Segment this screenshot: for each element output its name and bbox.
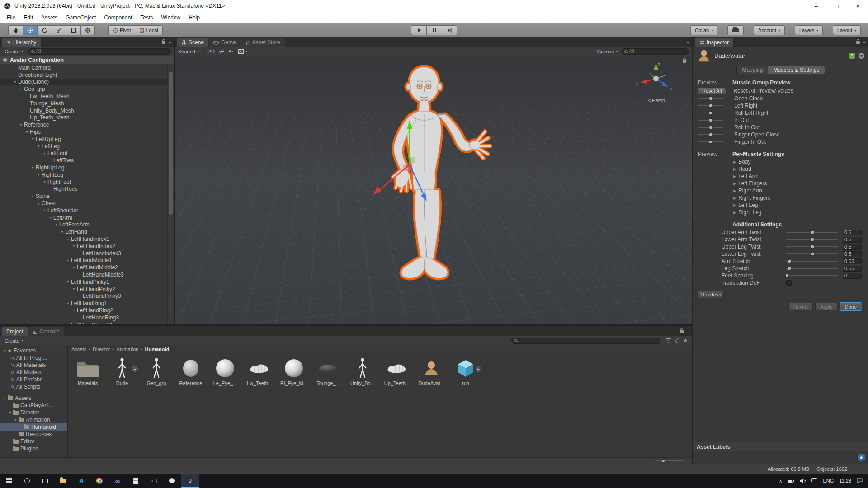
help-icon[interactable]: ? xyxy=(849,53,855,59)
hierarchy-item[interactable]: Main Camera xyxy=(0,64,167,71)
fold-arrow-icon[interactable]: ▼ xyxy=(18,88,24,91)
save-search-star-icon[interactable]: ★ xyxy=(683,338,688,343)
setting-slider[interactable] xyxy=(786,272,838,279)
volume-icon[interactable] xyxy=(800,478,806,483)
account-button[interactable]: Account▾ xyxy=(754,25,785,35)
slider-thumb[interactable] xyxy=(709,111,713,115)
translation-dof-checkbox[interactable] xyxy=(786,280,792,286)
hierarchy-item[interactable]: Directional Light xyxy=(0,71,167,79)
project-folder[interactable]: ▼Director xyxy=(0,409,67,416)
layout-button[interactable]: Layout▾ xyxy=(833,25,861,35)
hierarchy-item[interactable]: ▼LeftHandMiddle1 xyxy=(0,257,167,264)
slider-thumb[interactable] xyxy=(661,459,665,463)
muscle-preview-slider[interactable] xyxy=(698,95,723,102)
audio-toggle[interactable] xyxy=(229,49,234,54)
hierarchy-item[interactable]: ▼LeftHand xyxy=(0,228,167,235)
rotate-tool-button[interactable] xyxy=(37,25,52,35)
hierarchy-item[interactable]: Tounge_Mesh xyxy=(0,100,167,107)
language-indicator[interactable]: ENG xyxy=(823,478,834,483)
slider-thumb[interactable] xyxy=(785,274,789,278)
menu-icon[interactable]: ≡ xyxy=(687,328,689,333)
setting-value-field[interactable]: 0.5 xyxy=(843,251,862,257)
play-button[interactable] xyxy=(411,25,426,35)
hidden-icons-chevron[interactable]: ∧ xyxy=(779,479,782,483)
muscle-foldout[interactable]: ▶Body xyxy=(693,158,868,165)
taskbar-app-explorer[interactable] xyxy=(54,474,72,488)
move-tool-button[interactable] xyxy=(23,25,37,35)
hierarchy-item[interactable]: ▼LeftHandPinky1 xyxy=(0,278,167,286)
setting-slider[interactable] xyxy=(786,250,838,258)
fold-arrow-icon[interactable]: ▼ xyxy=(47,216,53,219)
asset-item[interactable]: Reference xyxy=(174,355,208,394)
fold-arrow-icon[interactable]: ▼ xyxy=(30,195,36,198)
taskbar-app-chrome[interactable] xyxy=(90,474,108,488)
battery-icon[interactable] xyxy=(788,479,794,483)
fold-arrow-icon[interactable]: ▼ xyxy=(2,349,8,352)
tab-inspector[interactable]: Inspector xyxy=(695,38,733,47)
asset-item[interactable]: ▶run xyxy=(448,355,483,394)
clock[interactable]: 11:28 xyxy=(839,478,851,483)
fold-arrow-icon[interactable]: ▼ xyxy=(65,238,71,241)
shaded-dropdown[interactable]: Shaded▾ xyxy=(178,49,199,54)
breadcrumb-item[interactable]: Director xyxy=(93,347,110,352)
asset-item[interactable]: Lw_Teeth... xyxy=(242,355,277,394)
minimize-button[interactable]: – xyxy=(806,0,826,12)
fold-arrow-icon[interactable]: ▼ xyxy=(53,223,59,226)
notification-icon[interactable] xyxy=(857,478,863,483)
slider-thumb[interactable] xyxy=(810,245,814,249)
slider-thumb[interactable] xyxy=(709,126,713,130)
slider-thumb[interactable] xyxy=(787,267,791,271)
hierarchy-item[interactable]: ▼LeftHandRing2 xyxy=(0,307,167,314)
asset-item[interactable]: ▶Dude xyxy=(105,355,139,394)
tab-scene[interactable]: Scene xyxy=(177,38,208,47)
hierarchy-item[interactable]: ▼RightLeg xyxy=(0,171,167,178)
muscle-preview-slider[interactable] xyxy=(698,138,723,145)
menu-icon[interactable]: ≡ xyxy=(687,39,689,44)
setting-value-field[interactable]: 0 xyxy=(843,273,862,279)
project-folder[interactable]: Resources xyxy=(0,431,67,438)
step-button[interactable] xyxy=(442,25,457,35)
muscle-preview-slider[interactable] xyxy=(698,124,723,131)
asset-item[interactable]: Geo_grp xyxy=(139,355,174,394)
menu-help[interactable]: Help xyxy=(184,14,204,21)
project-folder[interactable]: CanPlayAni... xyxy=(0,402,67,409)
tab-project[interactable]: Project xyxy=(2,327,28,336)
hierarchy-item[interactable]: ▼LeftArm xyxy=(0,214,167,221)
menu-edit[interactable]: Edit xyxy=(19,14,37,21)
taskbar-app-notes[interactable] xyxy=(127,474,145,488)
setting-slider[interactable] xyxy=(786,236,838,243)
hierarchy-item[interactable]: LeftHandRing3 xyxy=(0,314,167,321)
hand-tool-button[interactable] xyxy=(8,25,23,35)
fold-arrow-icon[interactable]: ▼ xyxy=(36,202,42,205)
fold-arrow-icon[interactable]: ▼ xyxy=(13,418,19,422)
hierarchy-item[interactable]: ▼LeftHandThumb1 xyxy=(0,321,167,324)
muscle-foldout[interactable]: ▶Left Fingers xyxy=(693,180,868,187)
favorites-item[interactable]: All In Progr... xyxy=(0,354,67,361)
favorites-item[interactable]: All Models xyxy=(0,369,67,376)
hierarchy-item[interactable]: Up_Teeth_Mesh xyxy=(0,114,167,122)
menu-icon[interactable]: ≡ xyxy=(169,39,171,44)
pause-button[interactable] xyxy=(426,25,442,35)
taskbar-app-visual-studio[interactable]: ∞ xyxy=(108,474,127,488)
fold-arrow-icon[interactable]: ▼ xyxy=(24,131,30,134)
breadcrumb-item[interactable]: Assets xyxy=(71,347,86,352)
hierarchy-item[interactable]: LeftHandMiddle3 xyxy=(0,271,167,278)
apply-button[interactable]: Apply xyxy=(815,303,838,310)
menu-file[interactable]: File xyxy=(3,14,19,21)
taskbar-app-unity[interactable]: U xyxy=(181,474,199,488)
hierarchy-item[interactable]: ▼Chest xyxy=(0,200,167,207)
hierarchy-item[interactable]: ▼RightUpLeg xyxy=(0,164,167,171)
setting-value-field[interactable]: 0.5 xyxy=(843,244,862,250)
tab-hierarchy[interactable]: Hierarchy xyxy=(2,38,41,47)
lock-icon[interactable] xyxy=(162,41,165,44)
muscle-foldout[interactable]: ▶Right Leg xyxy=(693,209,868,216)
hierarchy-item[interactable]: ▼Hips xyxy=(0,128,167,136)
hierarchy-item[interactable]: ▼Dude(Clone) xyxy=(0,79,167,86)
tab-muscles-settings[interactable]: Muscles & Settings xyxy=(768,66,825,74)
menu-assets[interactable]: Assets xyxy=(37,14,61,21)
hierarchy-item[interactable]: ▼LeftFoot xyxy=(0,150,167,157)
fold-arrow-icon[interactable]: ▼ xyxy=(7,411,13,414)
project-folder[interactable]: ▼Assets xyxy=(0,394,67,402)
hierarchy-item[interactable]: LeftToes xyxy=(0,157,167,164)
hierarchy-item[interactable]: ▼Spine xyxy=(0,192,167,200)
